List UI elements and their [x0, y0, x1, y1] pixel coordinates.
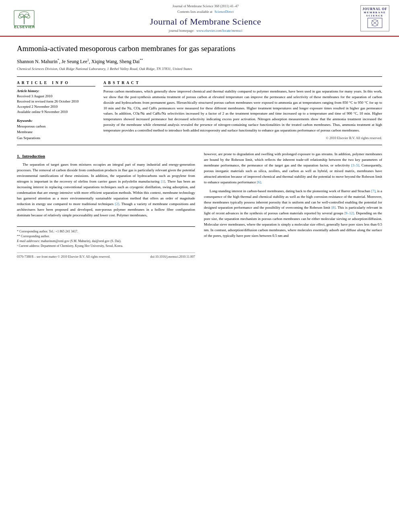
introduction-heading: 1. Introduction: [17, 153, 195, 160]
header-center: Journal of Membrane Science 368 (2011) 4…: [56, 2, 355, 34]
ref-3-5: [3–5]: [351, 163, 359, 167]
abstract-label: A B S T R A C T: [103, 81, 382, 86]
footnote-affiliation1: ¹ Current address: Department of Chemist…: [17, 244, 195, 249]
keywords-list: Mesoporous carbon Membrane Gas Separatio…: [17, 123, 95, 141]
logo-journal-of: journal of: [362, 7, 387, 11]
journal-ref-text: Journal of Membrane Science 368 (2011) 4…: [173, 4, 239, 8]
email-label-text: E-mail addresses:: [17, 239, 40, 243]
logo-membrane: MEMBRANE: [362, 11, 387, 14]
affiliation-text: Chemical Sciences Division, Oak Ridge Na…: [17, 67, 382, 71]
article-body: Ammonia-activated mesoporous carbon memb…: [0, 37, 399, 267]
elsevier-logo-area: ELSEVIER: [8, 2, 52, 34]
article-info-column: A R T I C L E I N F O Article history: R…: [17, 81, 95, 141]
issn-text: 0376-7388/$ – see front matter © 2010 El…: [17, 255, 111, 259]
contents-available-line: Contents lists available at ScienceDirec…: [177, 10, 234, 14]
homepage-url[interactable]: www.elsevier.com/locate/memsci: [196, 29, 242, 33]
main-content-area: 1. Introduction The separation of target…: [17, 152, 382, 259]
abstract-column: A B S T R A C T Porous carbon membranes,…: [103, 81, 382, 141]
journal-logo-graphic: [367, 17, 383, 29]
ref-8: [8]: [331, 205, 336, 210]
article-info-abstract-section: A R T I C L E I N F O Article history: R…: [17, 76, 382, 145]
copyright-line: © 2010 Elsevier B.V. All rights reserved…: [103, 136, 382, 140]
footnote-corresponding-2: ** Corresponding author.: [17, 234, 195, 239]
keyword-2: Membrane: [17, 129, 95, 135]
authors-line: Shannon N. Mahurin*, Je Seung Lee1, Xiqi…: [17, 58, 382, 65]
email-addresses: mahurinsm@ornl.gov (S.M. Mahurin), dai@o…: [41, 239, 121, 243]
article-title: Ammonia-activated mesoporous carbon memb…: [17, 44, 382, 54]
ref-2: [2]: [115, 202, 119, 206]
available-date: Available online 9 November 2010: [17, 109, 95, 115]
revised-date: Received in revised form 26 October 2010: [17, 99, 95, 104]
accepted-date: Accepted 2 November 2010: [17, 104, 95, 109]
logo-science: SCIENCE: [362, 14, 387, 17]
article-info-label: A R T I C L E I N F O: [17, 81, 95, 86]
footnote-corresponding-1: * Corresponding author. Tel.: +1 865 241…: [17, 229, 195, 234]
ref-9-12: [9–12]: [344, 211, 354, 215]
article-history-label: Article history:: [17, 89, 95, 93]
intro-paragraph-1: The separation of target gases from mixt…: [17, 162, 195, 218]
journal-reference-line: Journal of Membrane Science 368 (2011) 4…: [173, 4, 239, 8]
footer-issn-area: 0376-7388/$ – see front matter © 2010 El…: [17, 253, 195, 259]
journal-logo-box-area: journal of MEMBRANE SCIENCE: [359, 2, 391, 34]
main-col-right: however, are prone to degradation and sw…: [204, 152, 382, 259]
abstract-text: Porous carbon membranes, which generally…: [103, 89, 382, 134]
ref-7: [7]: [371, 189, 376, 193]
intro-paragraph-3: Long-standing interest in carbon-based m…: [204, 189, 382, 239]
ref-6: [6]: [257, 180, 261, 184]
svg-point-4: [24, 13, 31, 19]
homepage-prefix: journal homepage:: [169, 29, 195, 33]
keyword-3: Gas Separations: [17, 135, 95, 141]
sciencedirect-link[interactable]: ScienceDirect: [214, 10, 234, 14]
footnotes-section: * Corresponding author. Tel.: +1 865 241…: [17, 226, 195, 249]
elsevier-logo-icon: ELSEVIER: [12, 7, 48, 29]
journal-header: ELSEVIER Journal of Membrane Science 368…: [0, 0, 399, 37]
journal-logo-box: journal of MEMBRANE SCIENCE: [360, 5, 389, 32]
homepage-line: journal homepage: www.elsevier.com/locat…: [169, 29, 243, 33]
received-date: Received 3 August 2010: [17, 94, 95, 99]
footnote-emails: E-mail addresses: mahurinsm@ornl.gov (S.…: [17, 239, 195, 244]
svg-text:ELSEVIER: ELSEVIER: [14, 25, 35, 29]
page: ELSEVIER Journal of Membrane Science 368…: [0, 0, 399, 532]
doi-text: doi:10.1016/j.memsci.2010.11.007: [150, 255, 195, 259]
ref-1: [1]: [161, 179, 165, 183]
contents-prefix: Contents lists available at: [177, 10, 212, 14]
main-col-left: 1. Introduction The separation of target…: [17, 152, 195, 259]
svg-point-3: [18, 13, 24, 19]
authors-text: Shannon N. Mahurin*, Je Seung Lee1, Xiqi…: [17, 59, 143, 64]
journal-title: Journal of Membrane Science: [150, 16, 261, 27]
intro-paragraph-2: however, are prone to degradation and sw…: [204, 152, 382, 185]
keywords-label: Keywords:: [17, 119, 95, 123]
introduction-heading-text: 1. Introduction: [17, 154, 45, 158]
keyword-1: Mesoporous carbon: [17, 123, 95, 129]
